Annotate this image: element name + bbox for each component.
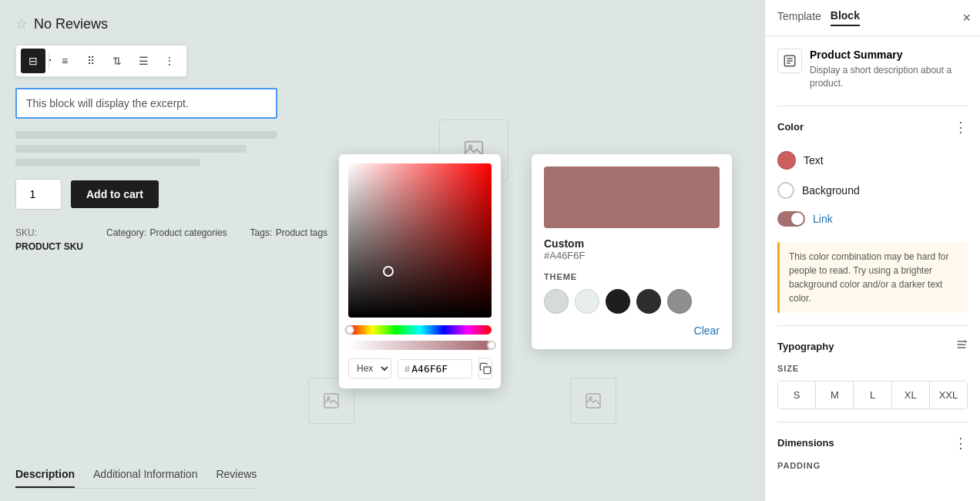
tags-value: Product tags	[276, 227, 327, 238]
dimensions-section-menu-btn[interactable]: ⋮	[954, 435, 968, 452]
clear-button[interactable]: Clear	[694, 324, 720, 337]
size-l-btn[interactable]: L	[854, 382, 891, 409]
svg-line-14	[965, 340, 967, 342]
product-tabs: Description Additional Information Revie…	[15, 468, 257, 489]
excerpt-text: This block will display the excerpt.	[26, 97, 189, 109]
hue-thumb	[345, 325, 354, 335]
toolbar-layout-btn[interactable]: ⊟	[21, 49, 45, 73]
picker-bottom: Hex # A46F6F	[348, 358, 492, 379]
svg-point-1	[469, 146, 472, 149]
size-s-btn[interactable]: S	[778, 382, 816, 409]
quantity-input[interactable]: 1	[15, 179, 62, 210]
color-item-bg-left: Background	[777, 182, 860, 199]
color-warning-box: This color combination may be hard for p…	[777, 242, 968, 313]
panel-header: Template Block ×	[765, 0, 980, 36]
gradient-dark	[348, 163, 492, 318]
toolbar-align-btn[interactable]: ☰	[131, 49, 156, 73]
placeholder-line-1	[15, 131, 277, 139]
color-name: Custom	[544, 237, 720, 250]
color-hex: #A46F6F	[544, 250, 720, 261]
color-picker-popup: Hex # A46F6F	[339, 154, 501, 388]
size-options: S M L XL XXL	[777, 381, 968, 409]
title-text: No Reviews	[34, 16, 108, 32]
block-description: Display a short description about a prod…	[810, 64, 968, 90]
theme-swatch-4[interactable]	[667, 289, 692, 314]
size-m-btn[interactable]: M	[816, 382, 854, 409]
typography-section-title: Typography	[777, 341, 834, 352]
color-item-text-left: Text	[777, 151, 824, 170]
theme-swatch-0[interactable]	[544, 289, 569, 314]
tags-label: Tags:	[250, 227, 273, 238]
theme-swatch-3[interactable]	[636, 289, 661, 314]
sku-value: PRODUCT SKU	[15, 241, 83, 252]
toolbar-more-btn[interactable]: ⋮	[157, 49, 182, 73]
hex-input[interactable]: A46F6F	[411, 363, 465, 375]
panel-content: Product Summary Display a short descript…	[765, 36, 980, 501]
block-toolbar: ⊟ · ≡ ⠿ ⇅ ☰ ⋮	[15, 45, 187, 77]
divider-3	[777, 422, 968, 422]
link-toggle[interactable]	[777, 211, 805, 227]
size-xxl-btn[interactable]: XXL	[930, 382, 967, 409]
close-panel-button[interactable]: ×	[962, 10, 971, 26]
color-item-text[interactable]: Text	[777, 145, 968, 176]
page-title: ☆ No Reviews	[15, 15, 749, 32]
canvas-img-3	[570, 378, 616, 424]
tab-reviews[interactable]: Reviews	[216, 468, 257, 488]
category-value: Product categories	[150, 227, 227, 238]
canvas-area: ☆ No Reviews ⊟ · ≡ ⠿ ⇅ ☰ ⋮ This block wi…	[0, 0, 764, 501]
dimensions-section-header: Dimensions ⋮	[777, 435, 968, 452]
block-icon	[777, 49, 802, 73]
link-label: Link	[813, 213, 833, 225]
color-gradient[interactable]	[348, 163, 492, 318]
background-label: Background	[802, 184, 860, 197]
tab-additional-info[interactable]: Additional Information	[93, 468, 197, 488]
right-panel: Template Block × Product Summary Display…	[764, 0, 980, 501]
toolbar-grid-btn[interactable]: ⠿	[79, 49, 103, 73]
opacity-thumb	[487, 341, 496, 350]
svg-point-3	[327, 397, 330, 399]
background-radio	[777, 182, 794, 199]
color-item-link-left: Link	[777, 211, 833, 227]
toolbar-sep-1: ·	[49, 53, 49, 69]
size-label: SIZE	[777, 364, 968, 373]
text-color-label: Text	[804, 154, 824, 166]
theme-swatch-1[interactable]	[575, 289, 599, 314]
text-color-dot	[777, 151, 796, 170]
theme-label: THEME	[544, 272, 720, 281]
excerpt-block: This block will display the excerpt.	[15, 88, 277, 119]
divider-2	[777, 325, 968, 326]
color-item-background[interactable]: Background	[777, 176, 968, 205]
copy-color-button[interactable]	[478, 358, 492, 379]
color-panel: Custom #A46F6F THEME Clear	[532, 154, 732, 349]
tab-block[interactable]: Block	[831, 9, 860, 26]
typography-section-header: Typography	[777, 338, 968, 355]
toolbar-list-btn[interactable]: ≡	[52, 49, 77, 73]
color-item-link[interactable]: Link	[777, 205, 968, 233]
dimensions-section-title: Dimensions	[777, 437, 834, 449]
color-section-header: Color ⋮	[777, 119, 968, 136]
sku-label: SKU:	[15, 227, 37, 238]
divider-1	[777, 106, 968, 106]
opacity-slider[interactable]	[348, 341, 492, 350]
size-xl-btn[interactable]: XL	[892, 382, 930, 409]
color-swatch-large	[544, 166, 720, 228]
add-to-cart-button[interactable]: Add to cart	[71, 180, 159, 208]
hex-hash: #	[404, 363, 410, 375]
block-name: Product Summary	[810, 49, 968, 61]
category-label: Category:	[106, 227, 146, 238]
padding-label: PADDING	[777, 461, 968, 470]
tab-template[interactable]: Template	[777, 10, 821, 25]
link-toggle-knob	[791, 213, 804, 225]
typography-section-menu-btn[interactable]	[955, 338, 968, 355]
placeholder-line-2	[15, 145, 247, 153]
tab-description[interactable]: Description	[15, 468, 75, 488]
color-section: Color ⋮ Text Background	[777, 119, 968, 313]
dimensions-section: Dimensions ⋮ PADDING	[777, 435, 968, 470]
toolbar-arrows-btn[interactable]: ⇅	[105, 49, 129, 73]
theme-swatch-2[interactable]	[606, 289, 630, 314]
color-section-title: Color	[777, 121, 804, 133]
format-select[interactable]: Hex	[348, 358, 391, 378]
placeholder-line-3	[15, 159, 200, 166]
hue-slider[interactable]	[348, 325, 492, 335]
color-section-menu-btn[interactable]: ⋮	[954, 119, 968, 136]
